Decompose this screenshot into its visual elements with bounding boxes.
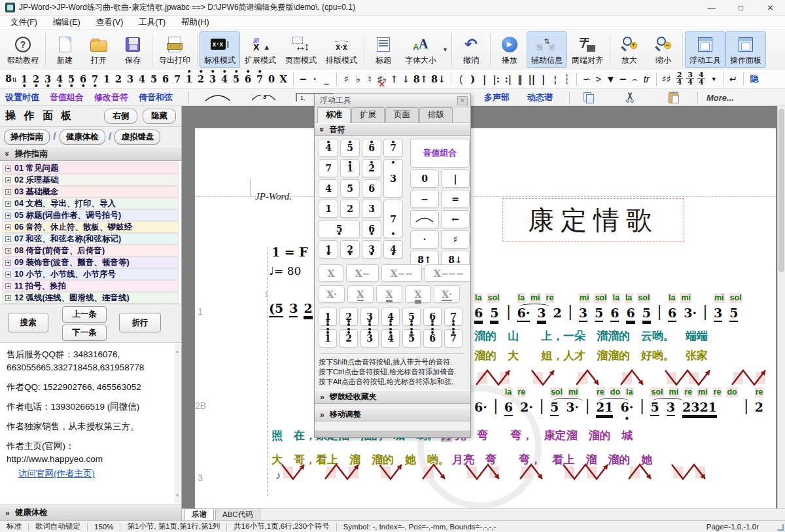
symbol-−-button[interactable]: − (618, 72, 629, 86)
measure[interactable]: re2 (755, 387, 764, 415)
symbol-8↓-button[interactable]: 8↓ (430, 72, 447, 86)
note-5-button[interactable]: 5• (319, 220, 360, 238)
measure[interactable]: lami63· (668, 293, 697, 321)
note-0-button[interactable]: 0 (410, 169, 439, 188)
measure[interactable]: solmi53· (550, 387, 579, 415)
note[interactable]: 5 (642, 305, 651, 321)
symbol->-button[interactable]: > (593, 72, 604, 86)
wrap-button[interactable]: 折行 (119, 313, 161, 332)
symbol-▼-button[interactable]: ▼ (604, 72, 616, 86)
measure[interactable]: redola216·• (596, 387, 634, 415)
ftab-layout[interactable]: 排版 (419, 107, 453, 122)
symbol-⌢-button[interactable]: ⌢ (629, 72, 640, 86)
symbol-|:-button[interactable]: |: (491, 72, 502, 86)
symbol-5-button[interactable]: 5 (148, 72, 160, 86)
set-duration-button[interactable]: 设置时值 (5, 92, 39, 103)
key-transpose-button[interactable]: ♯♯ (661, 72, 672, 86)
note-·-button[interactable]: · (410, 230, 439, 249)
standard-mode-button[interactable]: x·xI 标准模式 (200, 31, 240, 68)
symbol-↑-button[interactable]: ↑ (389, 72, 400, 86)
symbol-6-button[interactable]: 6• (78, 72, 89, 86)
section-move-adjust[interactable]: »移动调整 (315, 408, 470, 421)
floating-tool-panel[interactable]: 浮动工具 ✕ 标准 扩展 页面 排版 » 音符 4•5•6•7•71•2•3•4… (314, 94, 471, 438)
note-6-button[interactable]: 6 (362, 179, 381, 198)
ftab-standard[interactable]: 标准 (317, 107, 351, 123)
timesig-dropdown[interactable]: ▼ (708, 72, 720, 86)
note-2-button[interactable]: 2 (340, 200, 360, 218)
music-line-1[interactable]: lasol65|lamire6·32|misollalasol35665|lam… (474, 293, 742, 321)
expand-icon[interactable]: + (5, 177, 11, 183)
open-button[interactable]: 打开 (82, 31, 116, 68)
note-X·-button[interactable]: X· (319, 285, 345, 303)
note-X-button[interactable]: X (405, 285, 431, 303)
music-line-2[interactable]: 6·|lare62·|solmi53·|redola216·•|solmirem… (474, 387, 763, 415)
symbol-)-button[interactable]: ) (467, 72, 478, 86)
note-1-button[interactable]: 1•• (319, 308, 337, 326)
symbol-‖-button[interactable]: ‖ (514, 72, 525, 86)
menu-tools[interactable]: 工具(T) (132, 16, 172, 29)
symbol-_-button[interactable]: _ (321, 72, 332, 86)
symbol-4-button[interactable]: 4 (137, 72, 148, 86)
symbol-X-button[interactable]: X (278, 72, 289, 86)
copy-button[interactable] (584, 89, 594, 106)
symbol-7-button[interactable]: 7 (172, 72, 183, 86)
menu-edit[interactable]: 编辑(E) (46, 16, 87, 29)
lyric-line-1b[interactable]: 溜的 大 姐，人才 溜溜的 好哟。 张家 (474, 348, 708, 363)
symbol-1-button[interactable]: 1• (19, 72, 30, 86)
hide-panel-button[interactable]: 隐藏 (143, 109, 176, 124)
note[interactable]: 6 (504, 399, 513, 415)
note-7-button[interactable]: 7 (319, 159, 338, 177)
symbol-0-button[interactable]: 0 (266, 72, 277, 86)
cut-button[interactable] (625, 89, 635, 106)
dock-right-button[interactable]: 右侧 (104, 109, 137, 124)
note-1-button[interactable]: 1• (340, 159, 360, 177)
ftab-extend[interactable]: 扩展 (351, 107, 385, 122)
symbol-↓-button[interactable]: ↓ (400, 72, 411, 86)
note[interactable]: 5 (729, 305, 738, 321)
expand-icon[interactable]: + (5, 295, 11, 301)
line-break-button[interactable]: ↵ (728, 72, 739, 86)
note-4-button[interactable]: 4• (383, 240, 403, 258)
symbol-3-button[interactable]: 3 (125, 72, 136, 86)
symbol-6-button[interactable]: 6• (243, 72, 254, 86)
note-6-button[interactable]: 6•• (423, 308, 442, 326)
assist-info-button[interactable]: ⇅预 览 辅助信息 (527, 31, 567, 68)
note-2-button[interactable]: 2• (340, 240, 360, 258)
hide-symbols-button[interactable]: 隐 (750, 73, 759, 85)
expand-icon[interactable]: + (5, 236, 11, 242)
note-X−−-button[interactable]: X−− (381, 264, 422, 282)
expand-icon[interactable]: + (5, 189, 11, 195)
symbol-6-button[interactable]: 6 (160, 72, 171, 86)
symbol-2-button[interactable]: 2 (113, 72, 124, 86)
note-1-button[interactable]: 1• (319, 240, 338, 258)
symbol-(-button[interactable]: ( (455, 72, 466, 86)
title-button[interactable]: 标题 (366, 31, 400, 68)
symbol-♯-button[interactable]: ♯ (341, 72, 352, 86)
note-|-button[interactable]: | (441, 169, 470, 188)
note-3-button[interactable]: 3•• (360, 308, 379, 326)
measure[interactable]: misol35 (714, 293, 742, 321)
guide-item[interactable]: +05 标题(词曲作者、调号拍号) (2, 209, 179, 221)
multi-voice-button[interactable]: 多声部 (484, 89, 520, 106)
note-X·-button[interactable]: X· (434, 285, 460, 303)
close-button[interactable]: ✕ (756, 0, 785, 15)
note[interactable]: 2 (755, 399, 763, 415)
symbol-2-button[interactable]: 2• (31, 72, 42, 86)
octave-shift-icon[interactable]: 8⇅ (4, 71, 18, 87)
undo-button[interactable]: ↶ 撤消 (454, 31, 488, 68)
note[interactable]: 3 (289, 300, 298, 316)
note-7-button[interactable]: 7•• (444, 329, 462, 347)
note-−-button[interactable]: − (410, 190, 439, 208)
tab-virtual-keyboard[interactable]: 虚拟键盘 (114, 130, 160, 145)
note-2-button[interactable]: 2•• (340, 308, 358, 326)
note-X−−−-button[interactable]: X−−− (425, 264, 470, 282)
symbol-|-button[interactable]: | (538, 72, 549, 86)
page-mode-button[interactable]: ↕↔ 页面模式 (281, 31, 321, 68)
note-5-button[interactable]: 5•• (402, 308, 421, 326)
timesig-4-4-button[interactable]: 44 (697, 72, 705, 86)
note[interactable]: 2321 (682, 399, 717, 415)
guide-item[interactable]: +06 音符、休止符、散板、锣鼓经 (2, 221, 179, 233)
menu-file[interactable]: 文件(F) (4, 16, 44, 29)
note[interactable]: 5 (595, 305, 603, 321)
note-4-button[interactable]: 4• (319, 139, 338, 157)
